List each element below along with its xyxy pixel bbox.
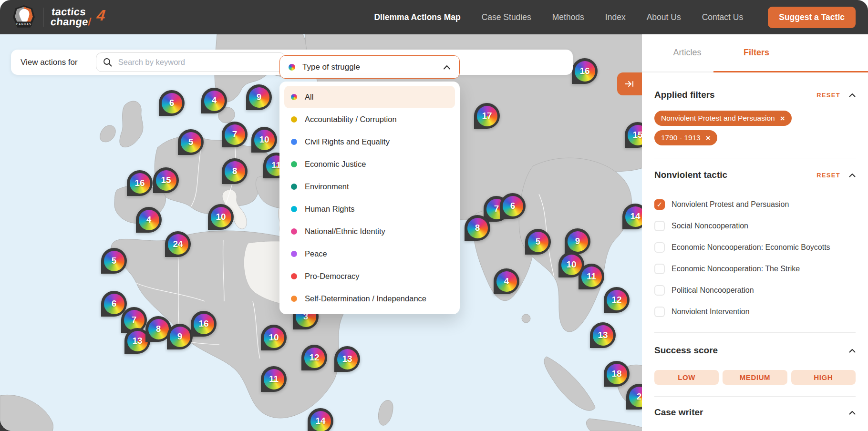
map-cluster-marker[interactable]: 5 xyxy=(525,229,551,255)
type-of-struggle-select[interactable]: Type of struggle xyxy=(279,55,460,79)
menu-item-pro-democracy[interactable]: Pro-Democracy xyxy=(284,265,455,287)
menu-item-national-ethnic-identity[interactable]: National/Ethnic Identity xyxy=(284,220,455,243)
keyword-search[interactable] xyxy=(96,52,286,72)
marker-rainbow-dot: 9 xyxy=(170,327,190,347)
chevron-up-icon[interactable] xyxy=(849,349,856,353)
map-cluster-marker[interactable]: 4 xyxy=(494,268,519,294)
marker-rainbow-dot: 8 xyxy=(148,319,169,339)
checkbox-unchecked-icon[interactable] xyxy=(654,242,665,253)
map-cluster-marker[interactable]: 18 xyxy=(604,361,630,387)
marker-rainbow-dot: 6 xyxy=(162,93,182,113)
map-cluster-marker[interactable]: 11 xyxy=(261,366,287,392)
map-cluster-marker[interactable]: 5 xyxy=(101,248,127,274)
map-cluster-marker[interactable]: 6 xyxy=(500,193,526,219)
checkbox-unchecked-icon[interactable] xyxy=(654,264,665,274)
menu-item-environment[interactable]: Environment xyxy=(284,175,455,198)
nav-item-contact-us[interactable]: Contact Us xyxy=(702,12,744,22)
nav-item-methods[interactable]: Methods xyxy=(552,12,584,22)
map-cluster-marker[interactable]: 9 xyxy=(565,228,590,254)
marker-count: 6 xyxy=(169,98,175,108)
success-score-low-button[interactable]: LOW xyxy=(654,370,719,385)
map-cluster-marker[interactable]: 8 xyxy=(222,158,248,184)
map-cluster-marker[interactable]: 5 xyxy=(178,129,204,155)
marker-count: 6 xyxy=(510,201,516,211)
menu-item-peace[interactable]: Peace xyxy=(284,243,455,265)
search-input[interactable] xyxy=(117,57,279,67)
checkbox-row-nonviolent-intervention[interactable]: Nonviolent Intervention xyxy=(654,307,856,317)
chevron-up-icon[interactable] xyxy=(849,93,856,97)
map-cluster-marker[interactable]: 4 xyxy=(136,207,162,233)
marker-count: 16 xyxy=(134,178,145,188)
collapse-sidebar-button[interactable] xyxy=(617,72,642,95)
marker-rainbow-dot: 5 xyxy=(528,232,548,252)
map-cluster-marker[interactable]: 16 xyxy=(572,58,598,84)
map-cluster-marker[interactable]: 12 xyxy=(301,345,327,370)
nonviolent-tactic-header: Nonviolent tactic RESET xyxy=(654,170,856,180)
map-cluster-marker[interactable]: 12 xyxy=(604,287,630,313)
map-cluster-marker[interactable]: 10 xyxy=(261,325,287,350)
menu-item-accountability-corruption[interactable]: Accountability / Corruption xyxy=(284,108,455,131)
map-cluster-marker[interactable]: 10 xyxy=(208,204,234,230)
map-cluster-marker[interactable]: 7 xyxy=(222,122,248,147)
marker-count: 16 xyxy=(198,318,208,329)
map-cluster-marker[interactable]: 17 xyxy=(474,103,500,129)
menu-item-economic-justice[interactable]: Economic Justice xyxy=(284,153,455,175)
map-cluster-marker[interactable]: 16 xyxy=(191,311,217,337)
success-score-buttons: LOWMEDIUMHIGH xyxy=(654,370,856,385)
success-score-high-button[interactable]: HIGH xyxy=(791,370,856,385)
checkbox-unchecked-icon[interactable] xyxy=(654,285,665,296)
success-score-medium-button[interactable]: MEDIUM xyxy=(723,370,787,385)
chevron-up-icon[interactable] xyxy=(849,410,856,415)
map-cluster-marker[interactable]: 11 xyxy=(579,264,604,289)
map-cluster-marker[interactable]: 24 xyxy=(165,231,191,257)
map-cluster-marker[interactable]: 13 xyxy=(334,346,360,372)
menu-item-civil-rights-and-equality[interactable]: Civil Rights and Equality xyxy=(284,131,455,153)
checkbox-row-political-noncooperation[interactable]: Political Noncooperation xyxy=(654,285,856,296)
menu-item-label: National/Ethnic Identity xyxy=(305,227,385,236)
brand-divider xyxy=(43,8,43,27)
nonviolent-tactic-reset-button[interactable]: RESET xyxy=(816,172,840,179)
map-cluster-marker[interactable]: 4 xyxy=(201,88,227,113)
nav-item-dilemma-actions-map[interactable]: Dilemma Actions Map xyxy=(374,12,460,22)
checkbox-row-economic-noncooperation-economic-boycotts[interactable]: Economic Noncooperation: Economic Boycot… xyxy=(654,242,856,253)
filter-chip-nonviolent-protest-and-persuasion[interactable]: Nonviolent Protest and Persuasion× xyxy=(654,111,792,126)
marker-count: 24 xyxy=(173,239,183,249)
applied-filters-reset-button[interactable]: RESET xyxy=(816,92,840,99)
nav-item-case-studies[interactable]: Case Studies xyxy=(482,12,531,22)
map-cluster-marker[interactable]: 14 xyxy=(308,408,333,431)
map-cluster-marker[interactable]: 13 xyxy=(590,322,616,348)
marker-count: 10 xyxy=(269,332,279,343)
map-cluster-marker[interactable]: 8 xyxy=(465,215,490,241)
brand-logo[interactable]: CANVAS tactics change/ 4 xyxy=(12,5,104,30)
marker-count: 5 xyxy=(536,236,541,247)
close-icon[interactable]: × xyxy=(706,134,711,142)
checkbox-row-social-noncooperation[interactable]: Social Noncooperation xyxy=(654,221,856,231)
menu-item-human-rights[interactable]: Human Rights xyxy=(284,198,455,220)
map-cluster-marker[interactable]: 6 xyxy=(159,90,185,116)
checkbox-unchecked-icon[interactable] xyxy=(654,221,665,231)
menu-item-all[interactable]: All xyxy=(284,86,455,108)
applied-filters-header: Applied filters RESET xyxy=(654,90,856,100)
filter-chip-1790-1913[interactable]: 1790 - 1913× xyxy=(654,130,717,145)
checkbox-checked-icon[interactable]: ✓ xyxy=(654,199,665,210)
menu-item-self-determination-independance[interactable]: Self-Determination / Independance xyxy=(284,287,455,310)
menu-item-label: Pro-Democracy xyxy=(305,272,360,281)
map-cluster-marker[interactable]: 9 xyxy=(246,84,272,110)
checkbox-unchecked-icon[interactable] xyxy=(654,307,665,317)
tab-filters[interactable]: Filters xyxy=(718,34,795,71)
map-cluster-marker[interactable]: 16 xyxy=(127,170,153,196)
nav-item-index[interactable]: Index xyxy=(605,12,626,22)
marker-count: 9 xyxy=(177,331,183,342)
checkbox-row-economic-noncooperation-the-strike[interactable]: Economic Noncooperation: The Strike xyxy=(654,264,856,274)
checkbox-label: Social Noncooperation xyxy=(672,222,748,230)
marker-count: 13 xyxy=(342,354,352,364)
map-cluster-marker[interactable]: 15 xyxy=(153,167,179,193)
chevron-up-icon[interactable] xyxy=(849,173,856,177)
section-divider xyxy=(654,158,856,158)
map-cluster-marker[interactable]: 10 xyxy=(251,127,277,153)
close-icon[interactable]: × xyxy=(780,114,785,123)
suggest-a-tactic-button[interactable]: Suggest a Tactic xyxy=(768,7,856,28)
checkbox-row-nonviolent-protest-and-persuasion[interactable]: ✓Nonviolent Protest and Persuasion xyxy=(654,199,856,210)
map-cluster-marker[interactable]: 9 xyxy=(167,324,193,349)
nav-item-about-us[interactable]: About Us xyxy=(647,12,681,22)
